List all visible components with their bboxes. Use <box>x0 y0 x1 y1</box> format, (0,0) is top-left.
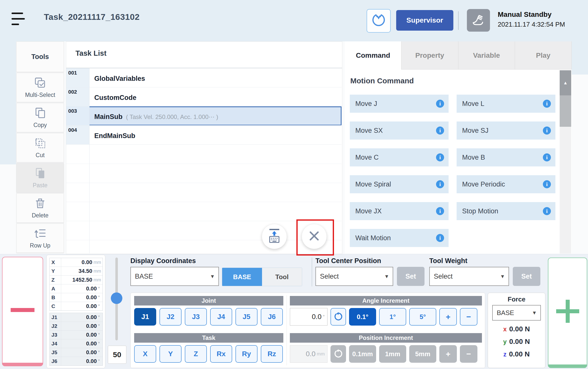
angle-increment-preset-0.1deg[interactable]: 0.1° <box>349 308 376 326</box>
motion-command-heading: Motion Command <box>350 77 414 85</box>
info-icon[interactable]: i <box>543 180 551 188</box>
speed-slider-thumb[interactable] <box>111 292 122 304</box>
jog-axis-y[interactable]: Y <box>159 345 182 363</box>
display-coordinates-label: Display Coordinates <box>130 257 196 265</box>
command-button-move-periodic[interactable]: Move Periodic i <box>457 175 555 193</box>
keyboard-up-icon <box>266 228 283 245</box>
pose-row-z: Z 1452.50mm <box>50 276 103 284</box>
toggle-base[interactable]: BASE <box>222 268 262 286</box>
command-button-move-spiral[interactable]: Move Spiral i <box>350 175 449 193</box>
jog-axis-x[interactable]: X <box>134 345 156 363</box>
info-icon[interactable]: i <box>436 153 444 161</box>
command-button-stop-motion[interactable]: Stop Motion i <box>457 202 555 220</box>
command-button-move-c[interactable]: Move C i <box>350 148 449 166</box>
scrollbar-up-arrow[interactable]: ▲ <box>560 70 571 95</box>
task-section-header: Task <box>134 333 283 343</box>
section-divider <box>312 258 312 286</box>
cut-icon <box>34 137 47 151</box>
header-right-strip <box>571 41 588 75</box>
jog-axis-j2[interactable]: J2 <box>159 308 182 326</box>
command-button-move-l[interactable]: Move L i <box>457 95 555 113</box>
info-icon[interactable]: i <box>543 100 551 108</box>
angle-increment-input[interactable]: 0.0 ° <box>290 308 327 326</box>
toolbar-item-row-up[interactable]: Row Up <box>16 223 64 253</box>
tab-variable[interactable]: Variable <box>458 41 515 70</box>
show-keyboard-button[interactable] <box>262 224 287 249</box>
position-increment-header: Position Increment <box>290 333 482 343</box>
info-icon[interactable]: i <box>436 207 444 215</box>
command-button-move-sj[interactable]: Move SJ i <box>457 121 555 140</box>
angle-increment-reset-icon[interactable] <box>330 308 346 326</box>
info-icon[interactable]: i <box>543 207 551 215</box>
jog-axis-rz[interactable]: Rz <box>261 345 283 363</box>
jog-minus-button[interactable] <box>2 257 43 366</box>
task-row-001[interactable]: 001 GlobalVariables <box>66 68 342 87</box>
gripper-tool-button[interactable] <box>367 9 391 33</box>
task-list-empty-row-line <box>66 183 342 183</box>
angle-increment-preset-1deg[interactable]: 1° <box>379 308 406 326</box>
chevron-down-icon: ▼ <box>384 274 389 279</box>
tool-center-position-label: Tool Center Position <box>315 257 381 265</box>
toolbar-item-cut[interactable]: Cut <box>16 133 64 162</box>
force-row-y: y 0.00 N <box>488 338 545 346</box>
info-icon[interactable]: i <box>543 127 551 135</box>
header-left-strip <box>0 41 16 164</box>
jog-axis-j3[interactable]: J3 <box>185 308 207 326</box>
jog-control-panel: Joint J1J2J3J4J5J6 Task XYZRxRyRz Angle … <box>130 293 485 368</box>
pose-row-x: X 0.00mm <box>50 258 103 267</box>
toggle-tool[interactable]: Tool <box>262 268 302 286</box>
jog-axis-j1[interactable]: J1 <box>134 308 156 326</box>
position-increment-input: 0.0 mm <box>290 345 327 363</box>
toolbar-item-copy[interactable]: Copy <box>16 103 64 132</box>
jog-plus-button[interactable] <box>548 258 587 368</box>
command-button-move-jx[interactable]: Move JX i <box>350 202 449 220</box>
info-icon[interactable]: i <box>543 153 551 161</box>
angle-increment-preset-5deg[interactable]: 5° <box>409 308 436 326</box>
command-button-move-sx[interactable]: Move SX i <box>350 121 449 140</box>
supervisor-button[interactable]: Supervisor <box>396 10 453 31</box>
chevron-down-icon: ▼ <box>532 310 537 316</box>
position-increment-preset-5mm: 5mm <box>409 345 436 363</box>
command-button-move-j[interactable]: Move J i <box>350 95 449 113</box>
force-panel: Force BASE ▼ x 0.00 Ny 0.00 Nz 0.00 N <box>488 293 545 368</box>
jog-axis-rx[interactable]: Rx <box>210 345 232 363</box>
pose-row-c: C 0.00° <box>50 302 103 311</box>
command-panel-scrollbar[interactable]: ▲ <box>560 70 571 254</box>
annotation-highlight-box <box>296 219 334 256</box>
tab-property[interactable]: Property <box>401 41 458 70</box>
info-icon[interactable]: i <box>436 100 444 108</box>
task-row-003[interactable]: 003 MainSub( Task Vel. 250.000, Acc. 1.0… <box>66 106 342 126</box>
tool-weight-select[interactable]: Select ▼ <box>429 267 509 286</box>
pose-row-y: Y 34.50mm <box>50 267 103 276</box>
toolbar-item-delete[interactable]: Delete <box>16 193 64 223</box>
command-button-move-b[interactable]: Move B i <box>457 148 555 166</box>
info-icon[interactable]: i <box>436 127 444 135</box>
task-row-002[interactable]: 002 CustomCode <box>66 87 342 106</box>
angle-increment-plus-button[interactable]: + <box>439 308 457 326</box>
force-row-x: x 0.00 N <box>488 325 545 333</box>
jog-axis-j6[interactable]: J6 <box>261 308 283 326</box>
toolbar-item-multi-select[interactable]: Multi-Select <box>16 73 64 102</box>
menu-hamburger-icon[interactable] <box>12 13 26 27</box>
tab-play[interactable]: Play <box>515 41 572 70</box>
jog-axis-j4[interactable]: J4 <box>210 308 232 326</box>
manual-mode-button[interactable] <box>467 9 490 32</box>
coordinate-frame-toggle: BASE Tool <box>222 268 302 286</box>
jog-axis-ry[interactable]: Ry <box>235 345 258 363</box>
display-coordinates-select[interactable]: BASE ▼ <box>130 267 219 286</box>
command-button-wait-motion[interactable]: Wait Motion i <box>350 229 449 247</box>
info-icon[interactable]: i <box>436 234 444 242</box>
tool-center-position-set-button[interactable]: Set <box>397 267 425 286</box>
scrollbar-thumb[interactable] <box>560 95 571 127</box>
tool-weight-label: Tool Weight <box>429 257 467 265</box>
jog-axis-z[interactable]: Z <box>185 345 207 363</box>
info-icon[interactable]: i <box>436 180 444 188</box>
task-row-004[interactable]: 004 EndMainSub <box>66 126 342 145</box>
jog-axis-j5[interactable]: J5 <box>235 308 258 326</box>
header-bar: Task_20211117_163102 Supervisor Manual S… <box>0 0 588 41</box>
angle-increment-minus-button[interactable]: − <box>460 308 477 326</box>
force-frame-select[interactable]: BASE ▼ <box>492 305 541 321</box>
tool-center-position-select[interactable]: Select ▼ <box>315 267 393 286</box>
tool-weight-set-button[interactable]: Set <box>513 267 540 286</box>
tab-command[interactable]: Command <box>345 41 401 70</box>
